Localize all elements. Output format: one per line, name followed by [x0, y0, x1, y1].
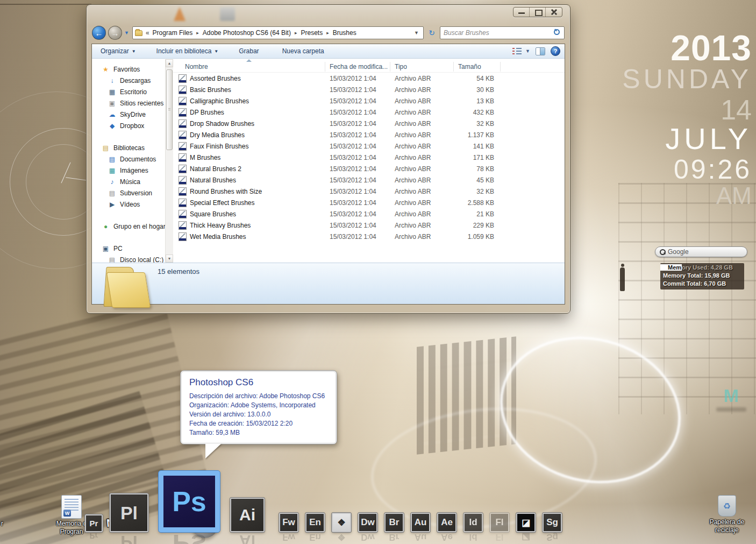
- file-row[interactable]: Calligraphic Brushes 15/03/2012 1:04 Arc…: [173, 95, 565, 107]
- breadcrumb-segment[interactable]: Presets ▸: [301, 29, 332, 37]
- window-controls: [513, 7, 562, 17]
- toolbar-button[interactable]: Organizar ▼: [96, 45, 140, 57]
- toolbar-buttons: Organizar ▼ Incluir en biblioteca ▼ Grab…: [96, 45, 331, 57]
- column-header-nombre[interactable]: Nombre: [173, 62, 325, 72]
- file-row[interactable]: Natural Brushes 2 15/03/2012 1:04 Archiv…: [173, 163, 565, 174]
- minimize-button[interactable]: [513, 8, 530, 17]
- file-row[interactable]: Assorted Brushes 15/03/2012 1:04 Archivo…: [173, 73, 565, 84]
- dock-item-bridge[interactable]: Br: [384, 513, 404, 532]
- memory-widget: Memory Used: 4,28 GB Memory Total: 15,98…: [660, 263, 744, 289]
- item-count: 15 elementos: [158, 267, 199, 275]
- tooltip-line: Organización: Adobe Systems, Incorporate…: [189, 401, 329, 410]
- search-input[interactable]: [444, 29, 554, 37]
- sidebar-item-musica[interactable]: ♪ Música: [92, 176, 165, 187]
- sidebar-item-disco-local[interactable]: ▤ Disco local (C:): [92, 254, 165, 263]
- breadcrumb-segment[interactable]: Program Files ▸: [153, 29, 203, 37]
- help-icon[interactable]: ?: [551, 46, 560, 56]
- tooltip-pointer: [205, 443, 222, 458]
- back-button[interactable]: ←: [92, 26, 106, 40]
- breadcrumb-segment[interactable]: Adobe Photoshop CS6 (64 Bit) ▸: [203, 29, 301, 37]
- address-bar[interactable]: « Program Files ▸ Adobe Photoshop CS6 (6…: [132, 26, 424, 39]
- sidebar-item-subversion[interactable]: ▤ Subversion: [92, 187, 165, 199]
- tooltip-line: Descripción del archivo: Adobe Photoshop…: [189, 392, 329, 401]
- recent-pages-dropdown[interactable]: ▼: [124, 30, 129, 36]
- change-view-icon[interactable]: [511, 47, 522, 55]
- sidebar-item-favoritos[interactable]: ★ Favoritos: [92, 63, 165, 75]
- file-row[interactable]: Faux Finish Brushes 15/03/2012 1:04 Arch…: [173, 140, 565, 152]
- address-bar-row: ← → ▼ « Program Files ▸ Adobe Photoshop …: [92, 24, 565, 41]
- dock-item-indesign[interactable]: Id: [463, 513, 483, 532]
- sidebar-item-bibliotecas[interactable]: ▤ Bibliotecas: [92, 142, 165, 153]
- sidebar-scrollbar[interactable]: ▲ ▼: [165, 59, 173, 263]
- memory-total-line: Memory Total: 15,98 GB: [663, 272, 741, 280]
- dock-item-flash[interactable]: Fl: [490, 513, 509, 532]
- file-row[interactable]: Square Brushes 15/03/2012 1:04 Archivo A…: [173, 208, 565, 220]
- sidebar-item-escritorio[interactable]: ▦ Escritorio: [92, 86, 165, 97]
- google-search-widget[interactable]: Google: [655, 246, 747, 257]
- dock-item-audition[interactable]: Au: [411, 513, 430, 532]
- abr-file-icon: [179, 97, 187, 105]
- maximize-button[interactable]: [530, 8, 546, 17]
- breadcrumb-overflow-chevron[interactable]: «: [146, 29, 149, 37]
- breadcrumb-segment[interactable]: Brushes ▸: [333, 29, 356, 37]
- views-dropdown-arrow-icon[interactable]: ▼: [525, 48, 530, 54]
- dock-item-speedgrade[interactable]: Sg: [543, 513, 562, 532]
- search-icon: [660, 249, 665, 255]
- google-search-label: Google: [668, 248, 689, 256]
- abr-file-icon: [179, 119, 187, 128]
- dock-item-prelude[interactable]: Pl: [110, 493, 148, 532]
- commit-total-line: Commit Total: 6,70 GB: [663, 280, 741, 288]
- column-header-tamano[interactable]: Tamaño: [454, 62, 501, 72]
- preview-pane-icon[interactable]: [536, 47, 545, 55]
- file-row[interactable]: Round Brushes with Size 15/03/2012 1:04 …: [173, 186, 565, 197]
- dock-item-after-effects[interactable]: Ae: [437, 513, 457, 532]
- file-row[interactable]: Drop Shadow Brushes 15/03/2012 1:04 Arch…: [173, 118, 565, 129]
- sidebar-item-imagenes[interactable]: ▦ Imágenes: [92, 165, 165, 176]
- file-row[interactable]: Special Effect Brushes 15/03/2012 1:04 A…: [173, 197, 565, 208]
- tooltip-line: Tamaño: 59,3 MB: [189, 428, 329, 437]
- file-row[interactable]: M Brushes 15/03/2012 1:04 Archivo ABR 17…: [173, 152, 565, 163]
- scrollbar-thumb[interactable]: [166, 69, 173, 150]
- sidebar-item-dropbox[interactable]: ◆ Dropbox: [92, 120, 165, 131]
- dock-item-fireworks[interactable]: Fw: [279, 513, 298, 532]
- dock-item-illustrator[interactable]: Ai: [230, 498, 265, 532]
- tooltip-lines: Descripción del archivo: Adobe Photoshop…: [189, 392, 329, 437]
- file-row[interactable]: Basic Brushes 15/03/2012 1:04 Archivo AB…: [173, 84, 565, 95]
- refresh-button[interactable]: ↻: [426, 26, 438, 39]
- dock-item-output-module[interactable]: ◪: [516, 513, 536, 532]
- close-button[interactable]: [546, 8, 562, 17]
- sidebar-item-documentos[interactable]: ▤ Documentos: [92, 153, 165, 165]
- sidebar-item-pc[interactable]: ▣ PC: [92, 243, 165, 254]
- search-box[interactable]: [440, 26, 565, 39]
- forward-button[interactable]: →: [108, 26, 122, 40]
- dock-item-encore[interactable]: En: [305, 513, 325, 532]
- file-row[interactable]: Thick Heavy Brushes 15/03/2012 1:04 Arch…: [173, 220, 565, 231]
- memory-used-line: Memory Used: 4,28 GB: [663, 264, 741, 272]
- toolbar-button[interactable]: Grabar: [234, 45, 266, 57]
- file-list-pane: Nombre Fecha de modifica... Tipo Tamaño …: [173, 59, 565, 263]
- sidebar-item-grupo-hogar[interactable]: ● Grupo en el hogar: [92, 221, 165, 232]
- dock-item-premiere[interactable]: Pr: [85, 514, 103, 532]
- sidebar-item-skydrive[interactable]: ☁ SkyDrive: [92, 109, 165, 120]
- column-headers: Nombre Fecha de modifica... Tipo Tamaño: [173, 61, 565, 73]
- file-row[interactable]: Wet Media Brushes 15/03/2012 1:04 Archiv…: [173, 231, 565, 242]
- sidebar-item-sitios-recientes[interactable]: ▣ Sitios recientes: [92, 97, 165, 109]
- breadcrumb-separator-icon: ▸: [196, 30, 199, 36]
- file-row[interactable]: Dry Media Brushes 15/03/2012 1:04 Archiv…: [173, 129, 565, 140]
- sidebar-item-videos[interactable]: ▶ Vídeos: [92, 199, 165, 210]
- address-dropdown-icon[interactable]: ▼: [412, 30, 421, 36]
- dock-item-extension-manager[interactable]: ❖: [332, 513, 351, 532]
- sidebar-item-descargas[interactable]: ↓ Descargas: [92, 75, 165, 86]
- dock-item-photoshop[interactable]: Ps: [159, 471, 220, 532]
- column-header-fecha[interactable]: Fecha de modifica...: [325, 62, 390, 72]
- toolbar-button[interactable]: Incluir en biblioteca ▼: [152, 45, 223, 57]
- scroll-up-icon[interactable]: ▲: [166, 59, 173, 67]
- toolbar-button[interactable]: Nueva carpeta: [278, 45, 331, 57]
- scroll-down-icon[interactable]: ▼: [166, 255, 173, 263]
- file-row[interactable]: DP Brushes 15/03/2012 1:04 Archivo ABR 4…: [173, 107, 565, 118]
- dock-item-dreamweaver[interactable]: Dw: [358, 513, 377, 532]
- scrollbar-track[interactable]: [166, 67, 173, 255]
- column-header-tipo[interactable]: Tipo: [390, 62, 454, 72]
- desktop-icon-recycle-bin[interactable]: Papelera de reciclaje: [700, 495, 754, 534]
- file-row[interactable]: Natural Brushes 15/03/2012 1:04 Archivo …: [173, 174, 565, 186]
